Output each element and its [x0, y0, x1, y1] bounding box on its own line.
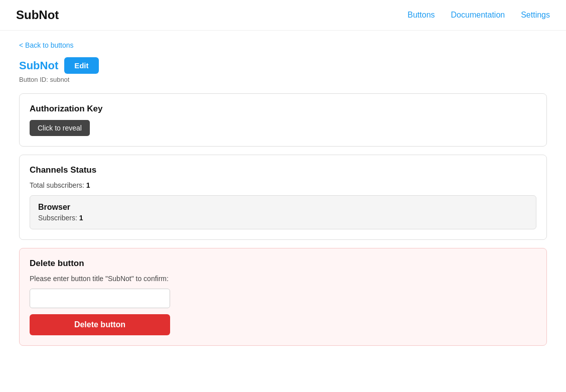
edit-button[interactable]: Edit [64, 57, 98, 74]
delete-desc-suffix: " to confirm: [131, 275, 169, 283]
app-header: SubNot Buttons Documentation Settings [0, 0, 566, 31]
channel-browser-subs: Subscribers: 1 [38, 214, 528, 222]
delete-desc-button-title: SubNot [108, 275, 131, 283]
auth-key-title: Authorization Key [30, 104, 536, 114]
main-content: < Back to buttons SubNot Edit Button ID:… [7, 31, 559, 364]
total-subscribers-info: Total subscribers: 1 [30, 181, 536, 189]
auth-key-card: Authorization Key Click to reveal [19, 93, 547, 147]
delete-card-title: Delete button [30, 258, 536, 269]
app-title: SubNot [16, 8, 59, 22]
subscribers-label: Subscribers: [38, 214, 77, 222]
reveal-key-button[interactable]: Click to reveal [30, 120, 90, 136]
channel-browser-name: Browser [38, 203, 528, 212]
channels-status-card: Channels Status Total subscribers: 1 Bro… [19, 155, 547, 240]
back-to-buttons-link[interactable]: < Back to buttons [19, 41, 74, 49]
total-subscribers-label: Total subscribers: [30, 181, 84, 189]
button-name-label: SubNot [19, 59, 58, 72]
delete-button[interactable]: Delete button [30, 314, 170, 335]
button-header-row: SubNot Edit [19, 57, 547, 74]
subscribers-value: 1 [79, 214, 83, 222]
button-id-label: Button ID: subnot [19, 76, 547, 83]
channel-browser: Browser Subscribers: 1 [30, 195, 536, 229]
nav-buttons[interactable]: Buttons [407, 11, 435, 20]
delete-card: Delete button Please enter button title … [19, 248, 547, 346]
delete-description: Please enter button title "SubNot" to co… [30, 275, 536, 283]
main-nav: Buttons Documentation Settings [407, 11, 550, 20]
delete-confirm-input[interactable] [30, 289, 170, 308]
nav-settings[interactable]: Settings [521, 11, 550, 20]
delete-desc-prefix: Please enter button title " [30, 275, 108, 283]
channels-title: Channels Status [30, 165, 536, 175]
nav-documentation[interactable]: Documentation [451, 11, 505, 20]
total-subscribers-value: 1 [86, 181, 90, 189]
